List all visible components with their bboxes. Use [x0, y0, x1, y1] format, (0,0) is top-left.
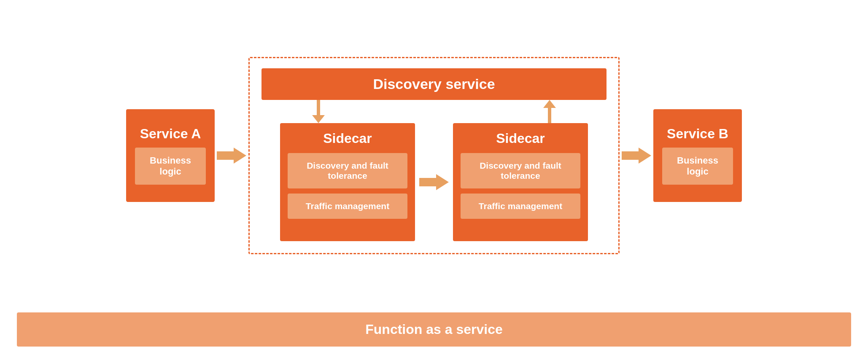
- service-b-box: Service B Business logic: [653, 109, 742, 202]
- arrow-discovery-to-sidecar-left: [312, 100, 325, 123]
- service-a-title: Service A: [140, 126, 201, 142]
- arrow-sidecar-to-sidecar: [415, 174, 453, 190]
- sidecar-right-title: Sidecar: [496, 131, 545, 146]
- arrow-a-to-sidecar: [215, 148, 248, 164]
- sidecar-left-traffic-mgmt: Traffic management: [288, 194, 407, 219]
- service-b-business-logic: Business logic: [662, 148, 733, 185]
- sidecar-right-traffic-mgmt: Traffic management: [461, 194, 580, 219]
- discovery-service-bar: Discovery service: [261, 68, 607, 100]
- sidecar-left-title: Sidecar: [323, 131, 372, 146]
- sidecar-left-box: Sidecar Discovery and fault tolerance Tr…: [280, 123, 415, 241]
- arrow-sidecar-right-to-discovery: [543, 100, 556, 123]
- svg-marker-2: [543, 100, 556, 108]
- sidecar-right-box: Sidecar Discovery and fault tolerance Tr…: [453, 123, 588, 241]
- service-b-title: Service B: [667, 126, 728, 142]
- sidecar-right-discovery-fault: Discovery and fault tolerance: [461, 153, 580, 188]
- dashed-container: Discovery service: [248, 57, 620, 254]
- diagram-wrapper: Service A Business logic Discovery servi…: [0, 0, 868, 355]
- sidecars-row: Sidecar Discovery and fault tolerance Tr…: [261, 123, 607, 241]
- vertical-arrows-area: [261, 100, 607, 123]
- main-content: Service A Business logic Discovery servi…: [17, 8, 851, 302]
- fat-arrow-right-3: [622, 148, 651, 164]
- faas-bar: Function as a service: [17, 312, 851, 347]
- svg-marker-1: [312, 115, 325, 123]
- service-a-business-logic: Business logic: [135, 148, 206, 185]
- down-arrow-svg: [312, 100, 325, 123]
- sidecar-left-discovery-fault: Discovery and fault tolerance: [288, 153, 407, 188]
- up-arrow-svg: [543, 100, 556, 123]
- fat-arrow-right-2: [419, 174, 449, 190]
- service-a-box: Service A Business logic: [126, 109, 215, 202]
- fat-arrow-right-1: [217, 148, 246, 164]
- arrow-sidecar-to-b: [620, 148, 653, 164]
